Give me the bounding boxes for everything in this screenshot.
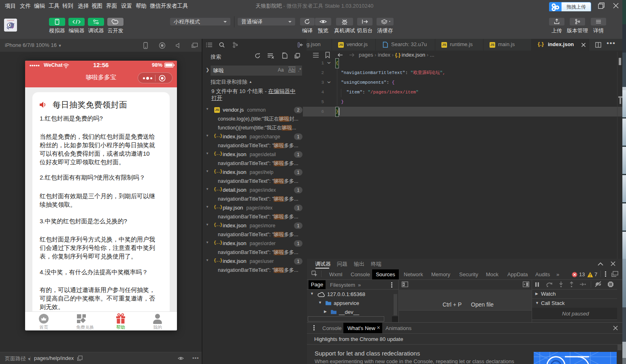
svg-text:天狼影院吧: 天狼影院吧 (7, 19, 14, 21)
